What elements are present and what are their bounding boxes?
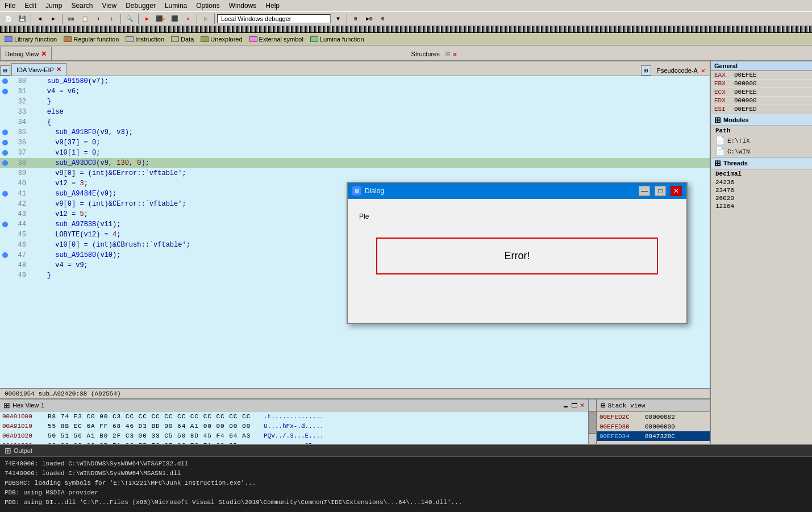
error-text: Error!	[505, 250, 530, 261]
app-container: File Edit Jump Search View Debugger Lumi…	[0, 0, 812, 512]
dialog-close[interactable]: ✕	[671, 186, 682, 196]
dialog-box: 🖥 Dialog — □ ✕ Ple Error!	[347, 182, 688, 324]
dialog-restore[interactable]: □	[655, 186, 666, 196]
dialog-title-icon: 🖥	[352, 186, 361, 195]
dialog-body: Ple Error!	[348, 199, 686, 292]
dialog-title-text: Dialog	[365, 187, 635, 195]
dialog-overlay: 🖥 Dialog — □ ✕ Ple Error!	[0, 0, 812, 512]
dialog-minimize[interactable]: —	[639, 186, 650, 196]
dialog-message: Ple	[359, 210, 675, 223]
dialog-titlebar: 🖥 Dialog — □ ✕	[348, 183, 686, 199]
error-box: Error!	[376, 238, 658, 274]
